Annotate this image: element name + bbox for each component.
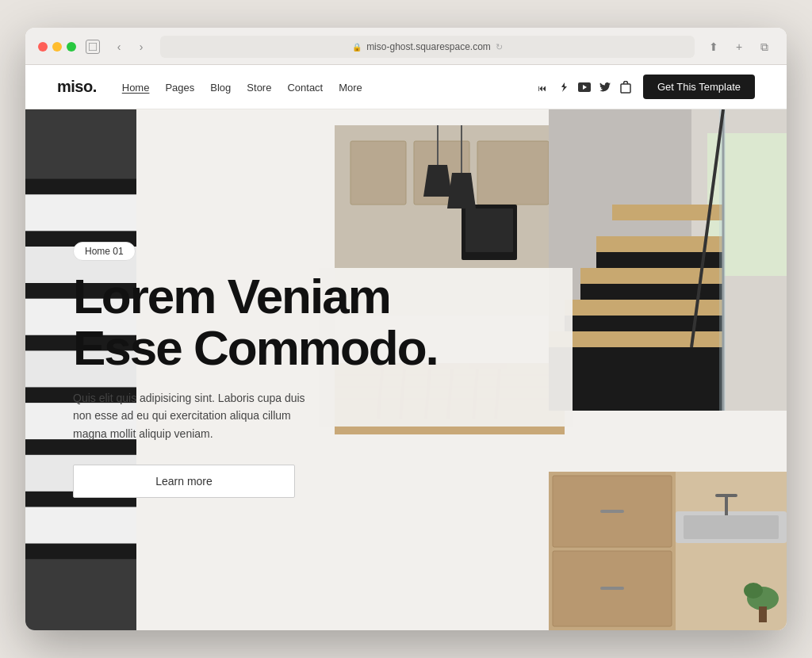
nav-link-store[interactable]: Store [247, 82, 271, 94]
nav-item-blog[interactable]: Blog [210, 80, 231, 94]
forward-button[interactable]: › [132, 37, 151, 56]
lock-icon: 🔒 [352, 43, 362, 52]
youtube-icon[interactable] [578, 81, 591, 94]
new-tab-button[interactable]: + [730, 37, 749, 56]
window-mode-icon[interactable] [86, 40, 100, 54]
hero-title: Lorem Veniam Esse Commodo. [73, 270, 469, 373]
traffic-lights [38, 42, 76, 52]
browser-actions: ⬆ + ⧉ [704, 37, 774, 56]
site-nav: miso. Home Pages Blog Store Contact More… [25, 65, 787, 109]
nav-link-home[interactable]: Home [122, 82, 150, 94]
svg-rect-5 [621, 84, 630, 93]
minimize-button[interactable] [52, 42, 62, 52]
website: miso. Home Pages Blog Store Contact More… [25, 65, 787, 630]
nav-link-contact[interactable]: Contact [287, 82, 323, 94]
nav-link-blog[interactable]: Blog [210, 82, 231, 94]
browser-nav: ‹ › [109, 37, 151, 56]
hero-content: Home 01 Lorem Veniam Esse Commodo. Quis … [25, 109, 787, 630]
flash-icon[interactable] [557, 81, 570, 94]
nav-item-contact[interactable]: Contact [287, 80, 323, 94]
tab-overview-button[interactable]: ⧉ [755, 37, 774, 56]
nav-item-more[interactable]: More [339, 80, 362, 94]
svg-text:⏮: ⏮ [538, 83, 546, 93]
browser-window: ‹ › 🔒 miso-ghost.squarespace.com ↻ ⬆ + ⧉… [25, 28, 787, 630]
nav-link-pages[interactable]: Pages [165, 82, 194, 94]
bag-icon[interactable] [619, 81, 632, 94]
get-template-button[interactable]: Get This Template [643, 75, 755, 99]
hero-title-line1: Lorem Veniam [73, 269, 390, 323]
svg-rect-0 [89, 43, 97, 51]
close-button[interactable] [38, 42, 48, 52]
back-button[interactable]: ‹ [109, 37, 128, 56]
share-button[interactable]: ⬆ [704, 37, 723, 56]
lastfm-icon[interactable]: ⏮ [537, 81, 550, 94]
hero-title-line2: Esse Commodo. [73, 320, 438, 375]
maximize-button[interactable] [67, 42, 76, 52]
svg-marker-2 [561, 82, 567, 92]
nav-left: miso. Home Pages Blog Store Contact More [57, 78, 362, 96]
url-text: miso-ghost.squarespace.com [366, 41, 491, 52]
hero-cta-button[interactable]: Learn more [73, 465, 295, 498]
hero-description: Quis elit quis adipisicing sint. Laboris… [73, 389, 311, 442]
site-logo[interactable]: miso. [57, 78, 97, 96]
hero-badge: Home 01 [73, 242, 136, 261]
nav-item-home[interactable]: Home [122, 80, 150, 94]
nav-item-pages[interactable]: Pages [165, 80, 194, 94]
browser-chrome: ‹ › 🔒 miso-ghost.squarespace.com ↻ ⬆ + ⧉ [25, 28, 787, 65]
reload-icon[interactable]: ↻ [496, 42, 503, 52]
nav-link-more[interactable]: More [339, 82, 362, 94]
twitter-icon[interactable] [599, 81, 611, 94]
nav-menu: Home Pages Blog Store Contact More [122, 80, 362, 94]
nav-item-store[interactable]: Store [247, 80, 271, 94]
social-icons: ⏮ [537, 81, 632, 94]
hero-section: Home 01 Lorem Veniam Esse Commodo. Quis … [25, 109, 787, 630]
nav-right: ⏮ [537, 75, 755, 99]
address-bar[interactable]: 🔒 miso-ghost.squarespace.com ↻ [160, 36, 695, 58]
